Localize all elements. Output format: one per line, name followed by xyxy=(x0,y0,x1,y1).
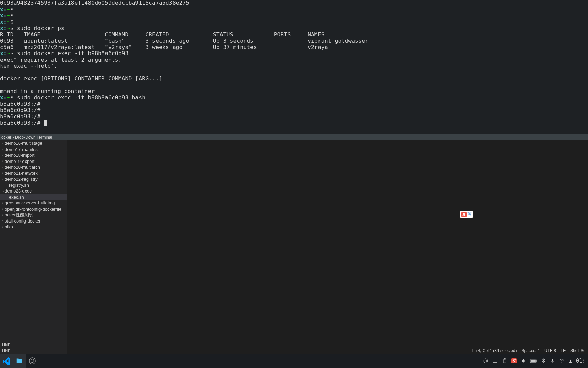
encoding[interactable]: UTF-8 xyxy=(544,348,556,353)
tree-item-label: demo18-import xyxy=(5,153,34,158)
tree-arrow-icon: › xyxy=(2,201,5,205)
status-bar: Ln 4, Col 1 (34 selected) Spaces: 4 UTF-… xyxy=(67,348,588,354)
tree-item[interactable]: ›demo21-network xyxy=(0,170,67,177)
battery-icon[interactable] xyxy=(530,359,537,363)
tree-item[interactable]: ›stall-config-docker xyxy=(0,218,67,224)
terminal-output[interactable]: 0b93a94823745937fa3a18ef1480d6059dedccba… xyxy=(0,0,588,128)
file-tree[interactable]: ›demo16-multistage›demo17-manifest›demo1… xyxy=(0,140,67,354)
folder-icon xyxy=(16,357,23,365)
terminal-cursor xyxy=(44,120,47,126)
tree-item[interactable]: ›demo20-multiarch xyxy=(0,164,67,170)
tree-item[interactable]: ›demo16-multistage xyxy=(0,140,67,147)
svg-rect-8 xyxy=(536,360,537,362)
chevron-up-icon[interactable]: ▲ xyxy=(569,358,572,364)
tree-item[interactable]: ›demo17-manifest xyxy=(0,147,67,153)
svg-rect-10 xyxy=(552,359,553,362)
tree-arrow-icon: ⌄ xyxy=(2,189,5,193)
timeline-panel[interactable]: LINE xyxy=(0,348,67,354)
microphone-icon[interactable] xyxy=(550,358,555,364)
obs-app[interactable] xyxy=(26,354,39,368)
ime-indicator[interactable]: S 英 xyxy=(460,211,473,218)
tree-item[interactable]: ›geospark-server-buildImg xyxy=(0,200,67,206)
svg-point-11 xyxy=(561,363,562,363)
tree-item[interactable]: ›openjdk-fontconfig-dockerfile xyxy=(0,206,67,212)
obs-tray-icon[interactable] xyxy=(483,358,488,364)
tree-item-label: niko xyxy=(5,224,13,229)
tree-arrow-icon: › xyxy=(2,213,5,217)
tree-arrow-icon: › xyxy=(2,159,5,163)
tree-item-label: demo16-multistage xyxy=(5,141,43,146)
tree-item[interactable]: registry.sh xyxy=(0,182,67,188)
indent-setting[interactable]: Spaces: 4 xyxy=(522,348,540,353)
tree-item-label: demo20-multiarch xyxy=(5,165,40,170)
bluetooth-icon[interactable] xyxy=(541,358,546,364)
outline-panel[interactable]: LINE xyxy=(0,342,67,348)
tree-item-label: demo23-exec xyxy=(5,188,32,194)
svg-point-0 xyxy=(29,358,35,364)
taskbar-apps xyxy=(0,354,39,368)
sogou-tray-icon[interactable]: S xyxy=(511,358,517,363)
cursor-position[interactable]: Ln 4, Col 1 (34 selected) xyxy=(472,348,517,353)
ps-row: c5a6 mzz2017/v2raya:latest "v2raya" 3 we… xyxy=(0,44,328,50)
tree-item-label: demo17-manifest xyxy=(5,147,39,152)
container-prompt: b8a6c0b93:/# xyxy=(0,101,40,107)
tree-item[interactable]: ›niko xyxy=(0,224,67,230)
tree-item-label: demo21-network xyxy=(5,171,38,176)
tree-item-label: demo22-regiistry xyxy=(5,177,38,182)
tree-item[interactable]: ›demo22-regiistry xyxy=(0,176,67,182)
svg-point-2 xyxy=(484,359,488,363)
tree-item-label: ocker性能测试 xyxy=(5,212,33,218)
editor-main[interactable] xyxy=(67,140,588,354)
ps-header: R ID IMAGE COMMAND CREATED STATUS PORTS … xyxy=(0,31,325,38)
ps-row: 0b93 ubuntu:latest "bash" 3 seconds ago … xyxy=(0,37,369,44)
tree-arrow-icon: › xyxy=(2,142,5,145)
tree-item[interactable]: ›ocker性能测试 xyxy=(0,212,67,218)
svg-point-3 xyxy=(485,360,486,362)
system-tray: S ▲ 01: xyxy=(483,358,588,364)
tree-item[interactable]: exec.sh xyxy=(0,194,67,200)
tree-arrow-icon: › xyxy=(2,171,5,175)
volume-icon[interactable] xyxy=(521,358,526,364)
clipboard-tray-icon[interactable] xyxy=(502,358,507,364)
prompt-host: x xyxy=(0,6,3,13)
tree-item-label: geospark-server-buildImg xyxy=(5,200,55,205)
command-text: sudo docker ps xyxy=(17,25,64,31)
editor-area: ›demo16-multistage›demo17-manifest›demo1… xyxy=(0,140,588,354)
tree-item-label: openjdk-fontconfig-dockerfile xyxy=(5,206,61,212)
bottom-panels: LINE LINE xyxy=(0,342,67,354)
tree-arrow-icon: › xyxy=(2,148,5,151)
tree-arrow-icon: › xyxy=(2,178,5,181)
language-mode[interactable]: Shell Sc xyxy=(570,348,585,353)
tree-item-label: registry.sh xyxy=(9,183,29,188)
svg-rect-4 xyxy=(493,359,497,362)
tree-arrow-icon: › xyxy=(2,219,5,223)
vscode-icon xyxy=(3,357,10,365)
tree-item-label: exec.sh xyxy=(9,195,24,200)
tree-arrow-icon: › xyxy=(2,225,5,229)
wifi-icon[interactable] xyxy=(559,358,565,364)
terminal-titlebar[interactable]: ocker - Drop-Down Terminal xyxy=(0,134,588,140)
sogou-icon: S xyxy=(461,212,467,217)
tree-item-label: demo19-export xyxy=(5,159,34,164)
hash-line: 0b93a94823745937fa3a18ef1480d6059dedccba… xyxy=(0,0,189,6)
tree-arrow-icon: › xyxy=(2,166,5,169)
terminal-title: ocker - Drop-Down Terminal xyxy=(1,135,52,140)
svg-point-1 xyxy=(31,359,34,362)
terminal-tray-icon[interactable] xyxy=(492,358,498,364)
tree-item[interactable]: ›demo19-export xyxy=(0,158,67,165)
clock[interactable]: 01: xyxy=(576,358,585,364)
svg-rect-9 xyxy=(531,360,535,362)
ime-lang: 英 xyxy=(467,211,472,217)
vscode-app[interactable] xyxy=(0,354,13,368)
tree-item-label: stall-config-docker xyxy=(5,218,41,224)
obs-icon xyxy=(29,357,36,365)
tree-arrow-icon: › xyxy=(2,207,5,211)
pane-divider xyxy=(0,128,588,134)
eol[interactable]: LF xyxy=(561,348,566,353)
tree-arrow-icon: › xyxy=(2,154,5,157)
files-app[interactable] xyxy=(13,354,26,368)
tree-item[interactable]: ⌄demo23-exec xyxy=(0,188,67,194)
taskbar: S ▲ 01: xyxy=(0,354,588,368)
tree-item[interactable]: ›demo18-import xyxy=(0,152,67,158)
